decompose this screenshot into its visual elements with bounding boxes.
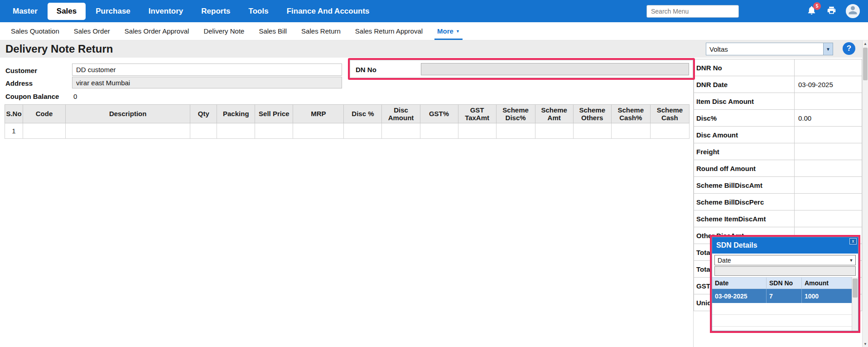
address-input[interactable] <box>72 77 342 88</box>
tab-sales-quotation[interactable]: Sales Quotation <box>4 22 67 40</box>
sdn-details-popup: SDN Details x Date ▼ Date SDN No Amount … <box>712 237 858 331</box>
sdn-filter-value: Date <box>715 257 847 264</box>
col-sno: S.No <box>5 105 23 123</box>
round-off-amount-value[interactable] <box>795 160 862 177</box>
tab-sales-return[interactable]: Sales Return <box>294 22 348 40</box>
dn-no-label: DN No <box>356 66 376 73</box>
tab-more[interactable]: More ▼ <box>430 22 467 40</box>
menu-finance-and-accounts[interactable]: Finance And Accounts <box>278 0 379 22</box>
help-icon: ? <box>847 44 851 53</box>
page-scrollbar-thumb[interactable] <box>863 48 868 80</box>
company-select-value: Voltas <box>706 43 823 55</box>
cell-disc-amount[interactable] <box>382 123 420 139</box>
chevron-down-icon[interactable]: ▼ <box>823 43 833 55</box>
help-button[interactable]: ? <box>843 42 855 55</box>
items-table: S.No Code Description Qty Packing Sell P… <box>5 104 690 139</box>
summary-row: Scheme BillDiscAmt <box>694 177 862 194</box>
sdn-row-empty <box>712 315 858 327</box>
customer-input[interactable] <box>72 64 342 76</box>
summary-row: Freight <box>694 143 862 160</box>
cell-scheme-cash[interactable] <box>650 123 689 139</box>
summary-row: Item Disc Amount <box>694 93 862 110</box>
print-button[interactable] <box>825 5 838 18</box>
sdn-row-sdn-no: 7 <box>767 289 802 303</box>
cell-description[interactable] <box>66 123 190 139</box>
company-select[interactable]: Voltas ▼ <box>706 43 833 55</box>
tab-delivery-note[interactable]: Delivery Note <box>196 22 251 40</box>
notifications-button[interactable]: 5 <box>805 5 818 18</box>
close-icon[interactable]: x <box>849 238 857 244</box>
tab-sales-bill[interactable]: Sales Bill <box>251 22 294 40</box>
col-scheme-cash-pct: Scheme Cash% <box>611 105 650 123</box>
person-icon <box>847 4 859 18</box>
dnr-no-value[interactable] <box>795 59 862 76</box>
customer-label: Customer <box>5 67 37 74</box>
cell-scheme-amt[interactable] <box>535 123 573 139</box>
dn-no-input[interactable] <box>421 63 689 75</box>
cell-gst-pct[interactable] <box>420 123 458 139</box>
cell-packing[interactable] <box>217 123 255 139</box>
cell-scheme-cash-pct[interactable] <box>611 123 650 139</box>
cell-scheme-others[interactable] <box>573 123 611 139</box>
sdn-search-input[interactable] <box>714 266 856 276</box>
scheme-billdiscperc-label: Scheme BillDiscPerc <box>694 194 795 210</box>
scroll-down-icon[interactable]: ▼ <box>863 341 868 347</box>
tab-sales-order-approval[interactable]: Sales Order Approval <box>117 22 197 40</box>
sdn-row-empty <box>712 303 858 315</box>
scheme-billdiscamt-value[interactable] <box>795 177 862 194</box>
scroll-up-icon[interactable]: ▲ <box>863 40 868 47</box>
printer-icon <box>827 5 836 17</box>
sdn-list-header: Date SDN No Amount <box>712 277 858 289</box>
menu-sales[interactable]: Sales <box>48 3 86 20</box>
col-scheme-disc-pct: Scheme Disc% <box>496 105 535 123</box>
dnr-no-label: DNR No <box>694 59 795 76</box>
col-gst-taxamt: GST TaxAmt <box>458 105 496 123</box>
col-sell-price: Sell Price <box>255 105 293 123</box>
menu-tools[interactable]: Tools <box>240 0 278 22</box>
chevron-down-icon: ▼ <box>847 258 855 263</box>
sdn-scrollbar-thumb[interactable] <box>853 279 858 298</box>
tab-sales-return-approval[interactable]: Sales Return Approval <box>348 22 430 40</box>
sdn-filter-select[interactable]: Date ▼ <box>714 255 856 265</box>
freight-label: Freight <box>694 143 795 160</box>
sdn-details-highlight-annotation: SDN Details x Date ▼ Date SDN No Amount … <box>710 235 860 333</box>
disc-pct-value[interactable]: 0.00 <box>795 110 862 127</box>
cell-gst-taxamt[interactable] <box>458 123 496 139</box>
disc-amount-value[interactable] <box>795 127 862 143</box>
cell-code[interactable] <box>23 123 66 139</box>
tab-sales-order[interactable]: Sales Order <box>67 22 117 40</box>
col-disc-pct: Disc % <box>344 105 382 123</box>
sdn-row-date: 03-09-2025 <box>712 289 767 303</box>
main-menu: Master Sales Purchase Inventory Reports … <box>4 0 379 22</box>
search-input[interactable] <box>646 5 739 18</box>
user-avatar[interactable] <box>846 4 860 18</box>
scheme-billdiscperc-value[interactable] <box>795 194 862 210</box>
cell-sell-price[interactable] <box>255 123 293 139</box>
cell-scheme-disc-pct[interactable] <box>496 123 535 139</box>
freight-value[interactable] <box>795 143 862 160</box>
menu-reports[interactable]: Reports <box>192 0 239 22</box>
page-scrollbar[interactable]: ▲ ▼ <box>862 40 868 347</box>
cell-disc-pct[interactable] <box>344 123 382 139</box>
disc-amount-label: Disc Amount <box>694 127 795 143</box>
menu-inventory[interactable]: Inventory <box>140 0 193 22</box>
menu-purchase[interactable]: Purchase <box>87 0 140 22</box>
col-description: Description <box>66 105 190 123</box>
item-disc-amount-value[interactable] <box>795 93 862 110</box>
items-table-row[interactable]: 1 <box>5 123 690 139</box>
page-title: Delivery Note Return <box>0 43 113 55</box>
menu-master[interactable]: Master <box>4 0 47 22</box>
chevron-down-icon: ▼ <box>456 29 460 34</box>
sdn-scrollbar[interactable] <box>852 277 858 331</box>
cell-sno: 1 <box>5 123 23 139</box>
cell-mrp[interactable] <box>293 123 344 139</box>
sdn-col-amount: Amount <box>802 278 858 288</box>
sdn-row-selected[interactable]: 03-09-2025 7 1000 <box>712 289 858 303</box>
dnr-date-value[interactable]: 03-09-2025 <box>795 76 862 93</box>
app-window: Master Sales Purchase Inventory Reports … <box>0 0 868 347</box>
col-packing: Packing <box>217 105 255 123</box>
cell-qty[interactable] <box>190 123 217 139</box>
round-off-amount-label: Round off Amount <box>694 160 795 177</box>
scheme-itemdiscamt-value[interactable] <box>795 210 862 227</box>
items-table-header-row: S.No Code Description Qty Packing Sell P… <box>5 105 690 123</box>
